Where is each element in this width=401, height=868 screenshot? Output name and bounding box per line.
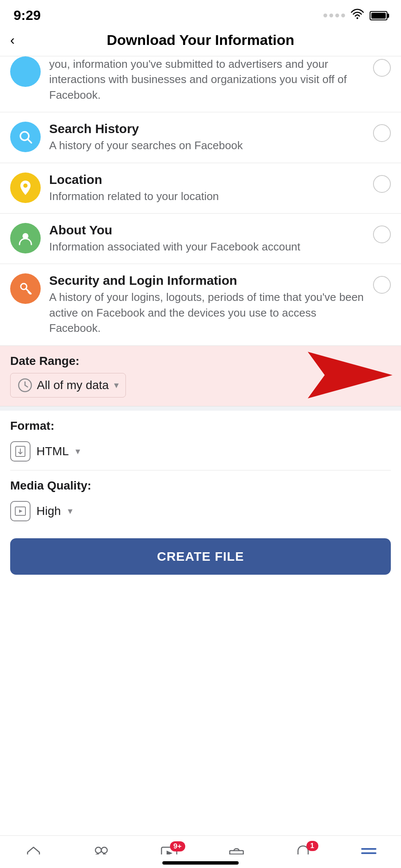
security-text: Security and Login Information A history… [49, 273, 365, 336]
status-bar: 9:29 [0, 0, 401, 28]
security-title: Security and Login Information [49, 273, 365, 288]
about-you-icon [10, 223, 41, 253]
home-indicator [162, 861, 239, 865]
about-you-text: About You Information associated with yo… [49, 223, 365, 254]
clock-icon [17, 378, 33, 393]
media-quality-section: Media Quality: High ▾ [0, 470, 401, 530]
partial-item-icon [10, 56, 41, 87]
about-you-title: About You [49, 223, 365, 237]
svg-marker-15 [19, 509, 22, 513]
date-range-value: All of my data [37, 378, 109, 392]
format-control[interactable]: HTML ▾ [10, 437, 391, 470]
security-checkbox[interactable] [373, 276, 391, 294]
location-text: Location Information related to your loc… [49, 172, 365, 204]
location-title: Location [49, 172, 365, 187]
list-container: Search History A history of your searche… [0, 112, 401, 345]
format-section: Format: HTML ▾ [0, 411, 401, 470]
page-title: Download Your Information [107, 32, 295, 48]
about-you-checkbox[interactable] [373, 225, 391, 243]
location-checkbox[interactable] [373, 175, 391, 193]
svg-point-3 [23, 184, 28, 188]
search-history-checkbox[interactable] [373, 124, 391, 142]
search-history-text: Search History A history of your searche… [49, 122, 365, 153]
status-time: 9:29 [14, 8, 41, 23]
media-quality-dropdown-icon: ▾ [68, 506, 72, 517]
svg-point-0 [356, 17, 358, 19]
svg-line-2 [28, 139, 31, 143]
date-range-control[interactable]: All of my data ▾ [10, 373, 126, 398]
search-history-desc: A history of your searches on Facebook [49, 138, 365, 153]
date-range-label: Date Range: [10, 354, 391, 373]
media-quality-icon [10, 501, 31, 521]
date-range-dropdown-icon: ▾ [114, 380, 119, 391]
create-file-container: CREATE FILE [0, 530, 401, 583]
list-item: Security and Login Information A history… [0, 264, 401, 345]
status-icons [323, 8, 387, 22]
partial-list-item: you, information you've submitted to adv… [0, 56, 401, 112]
list-item: Search History A history of your searche… [0, 112, 401, 163]
format-value: HTML [36, 445, 69, 458]
format-label: Format: [10, 411, 391, 437]
section-divider [0, 406, 401, 411]
search-history-icon [10, 122, 41, 152]
svg-point-16 [95, 847, 101, 853]
svg-line-10 [25, 385, 28, 387]
back-button[interactable]: ‹ [10, 32, 15, 48]
date-range-section: Date Range: All of my data ▾ [0, 346, 401, 406]
partial-item-checkbox[interactable] [373, 59, 391, 77]
home-indicator-container [0, 854, 401, 868]
battery-icon [370, 11, 387, 20]
bottom-spacer [0, 583, 401, 634]
notifications-badge: 1 [306, 841, 318, 851]
about-you-desc: Information associated with your Faceboo… [49, 239, 365, 254]
format-dropdown-icon: ▾ [75, 446, 80, 457]
media-quality-value: High [36, 504, 61, 518]
signal-icon [323, 14, 345, 17]
media-quality-control[interactable]: High ▾ [10, 497, 391, 530]
location-icon [10, 172, 41, 203]
partial-item-text: you, information you've submitted to adv… [49, 56, 365, 103]
svg-point-17 [101, 847, 107, 853]
create-file-button[interactable]: CREATE FILE [10, 538, 391, 575]
list-item: About You Information associated with yo… [0, 214, 401, 264]
header: ‹ Download Your Information [0, 28, 401, 56]
security-desc: A history of your logins, logouts, perio… [49, 289, 365, 336]
location-desc: Information related to your location [49, 189, 365, 204]
watch-badge: 9+ [170, 841, 185, 851]
wifi-icon [350, 8, 365, 22]
format-icon [10, 441, 31, 462]
media-quality-label: Media Quality: [10, 470, 391, 497]
search-history-title: Search History [49, 122, 365, 136]
list-item: Location Information related to your loc… [0, 163, 401, 214]
security-icon [10, 273, 41, 304]
